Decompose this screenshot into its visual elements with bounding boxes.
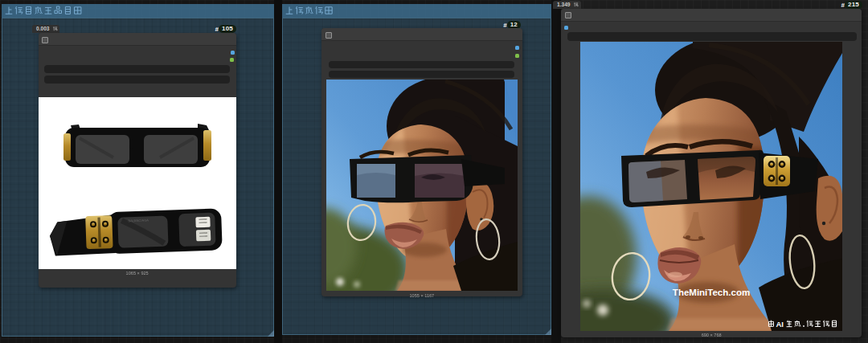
svg-text:TheMiniTech.com: TheMiniTech.com	[673, 288, 750, 297]
svg-text:AI: AI	[776, 320, 784, 329]
svg-text:BALENCIAGA: BALENCIAGA	[128, 218, 149, 223]
svg-text:1.349: 1.349	[557, 2, 571, 7]
svg-text:0.003: 0.003	[36, 26, 50, 31]
